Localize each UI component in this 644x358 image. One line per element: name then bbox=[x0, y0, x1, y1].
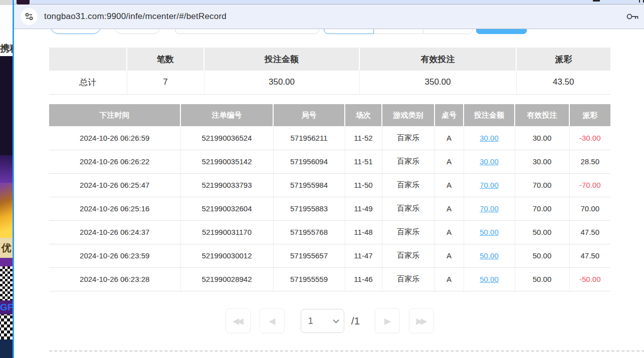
search-input[interactable] bbox=[175, 29, 319, 34]
summary-table: 笔数 投注金额 有效投注 派彩 总计 7 350.00 350.00 43.50 bbox=[49, 48, 610, 95]
bet-amount-link[interactable]: 30.00 bbox=[480, 157, 499, 166]
bet-amount-link[interactable]: 50.00 bbox=[480, 275, 499, 283]
table-row: 2024-10-26 06:26:22521990035142571956094… bbox=[49, 150, 610, 173]
date-range-option-1[interactable] bbox=[324, 29, 374, 34]
site-info-button[interactable] bbox=[21, 8, 38, 25]
cell-bet-time: 2024-10-26 06:25:16 bbox=[49, 197, 180, 220]
key-icon bbox=[626, 13, 639, 21]
summary-total-row: 总计 7 350.00 350.00 43.50 bbox=[49, 71, 610, 94]
cell-bet-time: 2024-10-26 06:24:37 bbox=[49, 220, 180, 244]
page-select-wrap: 1 bbox=[301, 309, 344, 333]
pagination: ◀◀ ◀ 1 /1 ▶ ▶▶ bbox=[49, 308, 610, 334]
browser-address-bar[interactable]: tongbao31.com:9900/infe/mcenter/#/betRec… bbox=[14, 5, 644, 29]
cell-payout: -30.00 bbox=[569, 126, 610, 150]
tune-icon bbox=[25, 12, 34, 21]
table-row: 2024-10-26 06:23:59521990030012571955657… bbox=[49, 244, 610, 267]
header-session: 场次 bbox=[345, 104, 382, 126]
bet-record-table: 下注时间 注单编号 局号 场次 游戏类别 桌号 投注金额 有效投注 派彩 202… bbox=[49, 104, 610, 291]
search-button[interactable] bbox=[476, 29, 527, 34]
summary-header-row: 笔数 投注金额 有效投注 派彩 bbox=[49, 48, 610, 71]
table-row: 2024-10-26 06:23:28521990028942571955559… bbox=[49, 267, 610, 291]
bet-table-header-row: 下注时间 注单编号 局号 场次 游戏类别 桌号 投注金额 有效投注 派彩 bbox=[49, 104, 610, 126]
cell-session: 11-52 bbox=[345, 126, 382, 150]
cell-round-no: 571955657 bbox=[273, 244, 345, 267]
bet-amount-link[interactable]: 30.00 bbox=[480, 134, 499, 142]
cell-session: 11-51 bbox=[345, 150, 382, 173]
cell-payout: -70.00 bbox=[569, 173, 610, 197]
cell-bet-amount: 30.00 bbox=[464, 126, 515, 150]
double-left-arrow-icon: ◀◀ bbox=[233, 316, 242, 326]
cell-round-no: 571955559 bbox=[273, 267, 345, 291]
left-arrow-icon: ◀ bbox=[269, 316, 273, 326]
cell-bet-amount: 70.00 bbox=[464, 173, 515, 197]
cell-bet-amount: 50.00 bbox=[464, 267, 515, 291]
header-table-no: 桌号 bbox=[435, 104, 464, 126]
cell-bet-time: 2024-10-26 06:25:47 bbox=[49, 173, 180, 197]
right-arrow-icon: ▶ bbox=[384, 316, 389, 326]
cell-table-no: A bbox=[435, 173, 464, 197]
date-range-option-2[interactable] bbox=[374, 29, 423, 34]
summary-header-empty bbox=[49, 48, 127, 71]
cell-bet-time: 2024-10-26 06:23:59 bbox=[49, 244, 180, 267]
prev-page-button[interactable]: ◀ bbox=[260, 308, 285, 333]
cell-round-no: 571956211 bbox=[273, 126, 345, 150]
password-key-button[interactable] bbox=[626, 13, 639, 21]
cell-session: 11-49 bbox=[345, 197, 382, 220]
page-select[interactable]: 1 bbox=[301, 309, 344, 333]
filter-tab-button-2[interactable] bbox=[114, 29, 161, 34]
first-page-button[interactable]: ◀◀ bbox=[226, 308, 251, 333]
header-round-no: 局号 bbox=[273, 104, 345, 126]
cell-table-no: A bbox=[435, 150, 464, 173]
cell-valid-bet: 70.00 bbox=[515, 197, 569, 220]
summary-header-bet-amount: 投注金额 bbox=[204, 48, 359, 71]
cell-bet-id: 521990028942 bbox=[180, 267, 273, 291]
background-text-ctrip: 携程 bbox=[0, 42, 13, 56]
summary-total-payout: 43.50 bbox=[516, 71, 610, 94]
table-row: 2024-10-26 06:24:37521990031170571955768… bbox=[49, 220, 610, 244]
cell-valid-bet: 50.00 bbox=[515, 220, 569, 244]
cell-bet-id: 521990030012 bbox=[180, 244, 273, 267]
cell-bet-amount: 50.00 bbox=[464, 244, 515, 267]
cell-game-type: 百家乐 bbox=[382, 173, 435, 197]
cell-session: 11-48 bbox=[345, 220, 382, 244]
date-range-option-3[interactable] bbox=[423, 29, 473, 34]
cell-bet-id: 521990033793 bbox=[180, 173, 273, 197]
cell-table-no: A bbox=[435, 244, 464, 267]
cell-round-no: 571956094 bbox=[273, 150, 345, 173]
cell-session: 11-47 bbox=[345, 244, 382, 267]
window-minimize-icon[interactable] bbox=[593, 0, 600, 2]
last-page-button[interactable]: ▶▶ bbox=[409, 308, 434, 333]
cell-bet-id: 521990035142 bbox=[180, 150, 273, 173]
next-page-button[interactable]: ▶ bbox=[375, 308, 400, 333]
bet-amount-link[interactable]: 50.00 bbox=[480, 228, 499, 236]
summary-header-valid-bet: 有效投注 bbox=[359, 48, 516, 71]
header-bet-id: 注单编号 bbox=[180, 104, 273, 126]
bet-amount-link[interactable]: 70.00 bbox=[480, 181, 499, 189]
cell-table-no: A bbox=[435, 267, 464, 291]
table-row: 2024-10-26 06:25:47521990033793571955984… bbox=[49, 173, 610, 197]
filter-tab-button[interactable] bbox=[50, 29, 101, 34]
cell-game-type: 百家乐 bbox=[382, 126, 435, 150]
toolbar-clipped bbox=[14, 29, 644, 35]
browser-window: tongbao31.com:9900/infe/mcenter/#/betRec… bbox=[13, 0, 644, 358]
cell-round-no: 571955984 bbox=[273, 173, 345, 197]
header-bet-amount: 投注金额 bbox=[464, 104, 515, 126]
summary-total-label: 总计 bbox=[49, 71, 127, 94]
background-block bbox=[0, 258, 13, 266]
dashed-divider bbox=[49, 350, 644, 351]
url-text[interactable]: tongbao31.com:9900/infe/mcenter/#/betRec… bbox=[44, 12, 227, 22]
bet-amount-link[interactable]: 70.00 bbox=[480, 204, 499, 213]
summary-total-valid-bet: 350.00 bbox=[359, 71, 516, 94]
cell-bet-id: 521990036524 bbox=[180, 126, 273, 150]
double-right-arrow-icon: ▶▶ bbox=[416, 316, 425, 326]
cell-bet-amount: 70.00 bbox=[464, 197, 515, 220]
background-block bbox=[0, 56, 13, 155]
window-control-icon[interactable] bbox=[639, 0, 644, 3]
cell-valid-bet: 70.00 bbox=[515, 173, 569, 197]
cell-table-no: A bbox=[435, 197, 464, 220]
cell-table-no: A bbox=[435, 220, 464, 244]
cell-bet-amount: 30.00 bbox=[464, 150, 515, 173]
cell-game-type: 百家乐 bbox=[382, 220, 435, 244]
cell-payout: 70.00 bbox=[569, 197, 610, 220]
bet-amount-link[interactable]: 50.00 bbox=[480, 251, 499, 260]
